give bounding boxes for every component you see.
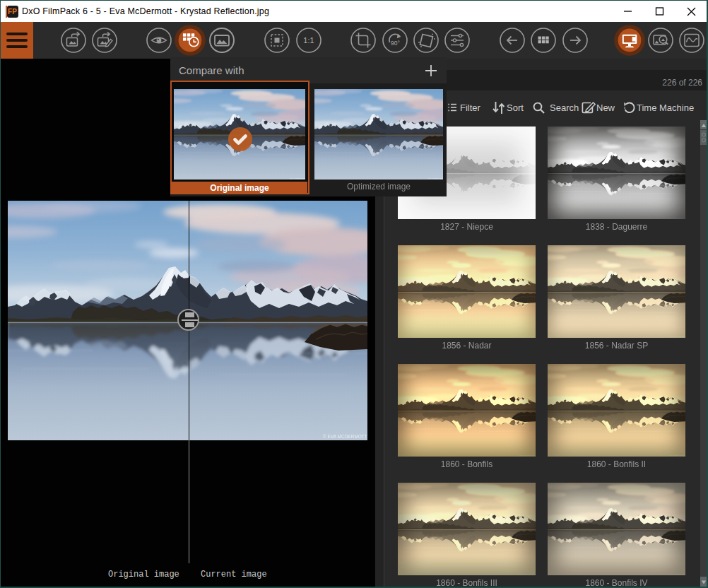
svg-text:90°: 90° — [391, 40, 400, 47]
svg-text:1:1: 1:1 — [303, 36, 314, 45]
